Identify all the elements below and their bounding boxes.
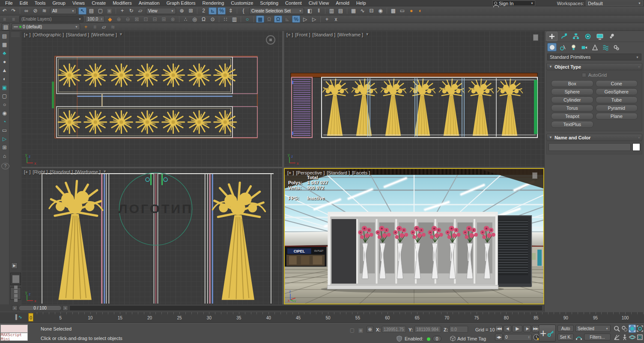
- bind-dim-icon[interactable]: ⊕: [115, 15, 123, 23]
- schematic-view-icon[interactable]: ⊟: [367, 7, 376, 15]
- render-iterative-icon[interactable]: ◐: [416, 7, 424, 15]
- unbind-dim-icon[interactable]: ⊖: [124, 15, 132, 23]
- menu-item[interactable]: Content: [282, 0, 305, 6]
- select-dots-icon[interactable]: ∴: [182, 15, 190, 23]
- scale-icon[interactable]: ▱: [136, 7, 144, 15]
- lock-dim-icon[interactable]: ⊠: [133, 15, 141, 23]
- page-icon[interactable]: ▢: [0, 92, 9, 99]
- percent-snap-icon[interactable]: %: [218, 7, 226, 15]
- pull-dim-icon[interactable]: ⊟: [151, 15, 159, 23]
- tab-motion[interactable]: [582, 32, 593, 41]
- y-coordinate-field[interactable]: 181109.984: [414, 326, 441, 333]
- snap-percent-icon[interactable]: %: [292, 15, 300, 23]
- snap-target-icon[interactable]: ⊙: [209, 15, 217, 23]
- funnel-icon[interactable]: ▼: [103, 169, 107, 175]
- half-icon[interactable]: ◐: [0, 75, 9, 82]
- ball-icon[interactable]: ◉: [0, 109, 9, 117]
- auto-key-button[interactable]: Auto: [558, 325, 574, 332]
- tab-modify[interactable]: [558, 32, 569, 41]
- unlink-icon[interactable]: ⊘: [31, 7, 39, 15]
- snap-grid-icon[interactable]: ▦: [256, 15, 264, 23]
- subtab-lights[interactable]: [569, 43, 578, 51]
- sphere-icon[interactable]: ●: [0, 58, 9, 65]
- viewport-corner-widget[interactable]: [532, 172, 537, 179]
- expand-arrow-button[interactable]: ▶: [11, 262, 18, 269]
- push-dim-icon[interactable]: ⊡: [142, 15, 150, 23]
- set-keys-button[interactable]: +: [539, 325, 556, 342]
- enabled-count-badge[interactable]: 0: [432, 336, 441, 342]
- object-type-button[interactable]: Cone: [596, 80, 638, 87]
- object-type-button[interactable]: Torus: [551, 105, 593, 111]
- menu-item[interactable]: Arnold: [332, 0, 353, 6]
- key-filters-button[interactable]: Filters...: [584, 334, 611, 340]
- layer-explorer-icon[interactable]: ▥: [328, 7, 336, 15]
- sign-in-dropdown[interactable]: Sign In ▼: [492, 0, 535, 6]
- subtab-helpers[interactable]: [590, 43, 599, 51]
- tape-dim-icon[interactable]: ⊞: [160, 15, 168, 23]
- material-editor-icon[interactable]: ◉: [376, 7, 385, 15]
- team-select-icon[interactable]: ▥: [230, 15, 239, 23]
- key-mode-toggle[interactable]: ◀▶: [495, 334, 503, 341]
- object-type-button[interactable]: GeoSphere: [596, 88, 638, 95]
- viewport-menu-pov[interactable]: [Right ]: [33, 169, 48, 175]
- funnel-icon[interactable]: ▼: [365, 32, 369, 37]
- scene-explorer-button[interactable]: ▤: [2, 23, 10, 30]
- subtab-shapes[interactable]: [558, 43, 567, 51]
- menu-item[interactable]: Scripting: [256, 0, 282, 6]
- menu-item[interactable]: Tools: [31, 0, 49, 6]
- box-icon[interactable]: ▣: [0, 84, 9, 91]
- object-color-swatch[interactable]: [632, 143, 640, 151]
- menu-item[interactable]: Rendering: [199, 0, 228, 6]
- steering-wheel-icon[interactable]: [266, 35, 275, 45]
- plant-icon[interactable]: ♣: [0, 49, 9, 57]
- scene-explorer-icon[interactable]: ▤: [337, 7, 345, 15]
- selection-lock-icon[interactable]: ▣: [357, 326, 365, 334]
- snap-25-icon[interactable]: Ω: [274, 15, 282, 23]
- isolate-ring-icon[interactable]: ○: [243, 15, 251, 23]
- redo-icon[interactable]: ↷: [9, 7, 18, 15]
- object-type-button[interactable]: Teapot: [551, 113, 593, 120]
- name-color-rollout-header[interactable]: ▼ Name and Color ▫: [546, 134, 642, 141]
- object-type-button[interactable]: Tube: [596, 96, 638, 103]
- veh2-icon[interactable]: ▦: [0, 41, 9, 48]
- funnel-icon[interactable]: ▼: [119, 32, 123, 37]
- mini-curve-editor-icon[interactable]: ▐∿: [14, 314, 22, 320]
- orbit-icon[interactable]: [629, 333, 636, 341]
- viewport-orthographic[interactable]: [+ ] [Orthographic ] [Standard ] [Wirefr…: [21, 31, 282, 167]
- default-tangent-icon[interactable]: [575, 334, 582, 341]
- zoom-extents-all-icon[interactable]: [636, 325, 644, 333]
- grid2-icon[interactable]: ⊞: [0, 144, 9, 151]
- viewport-menu-shading[interactable]: [Standard ]: [327, 170, 350, 175]
- zoom-icon[interactable]: [613, 325, 620, 333]
- menu-item[interactable]: Views: [69, 0, 88, 6]
- align-icon[interactable]: ‖: [315, 7, 323, 15]
- subtab-spacewarps[interactable]: [601, 43, 610, 51]
- object-name-input[interactable]: [549, 143, 631, 151]
- previous-frame-button[interactable]: <: [12, 305, 18, 311]
- menu-item[interactable]: Help: [353, 0, 370, 6]
- viewport-corner-widget[interactable]: [533, 34, 538, 41]
- add-layer-icon[interactable]: +: [82, 23, 90, 30]
- menu-item[interactable]: Civil View: [305, 0, 332, 6]
- object-type-button[interactable]: TextPlus: [551, 121, 593, 128]
- zoom-extents-icon[interactable]: [629, 325, 636, 333]
- timeline-ruler[interactable]: ▐∿ 0510152025303540455055606570758085909…: [0, 312, 644, 323]
- maxscript-mini-input[interactable]: [0, 325, 28, 333]
- pick-layer-icon[interactable]: ▱: [100, 23, 108, 30]
- tab-hierarchy[interactable]: [570, 32, 581, 41]
- rotate-icon[interactable]: ↻: [127, 7, 135, 15]
- menu-item[interactable]: Animation: [135, 0, 163, 6]
- subtab-geometry[interactable]: [547, 43, 557, 51]
- stack-pin-icon[interactable]: ≡: [9, 15, 18, 23]
- ring-icon[interactable]: ○: [0, 101, 9, 108]
- menu-item[interactable]: Edit: [16, 0, 31, 6]
- layer-dim-icon[interactable]: ≋: [109, 23, 117, 30]
- x-coordinate-field[interactable]: 139951.75: [382, 326, 406, 333]
- snap-magnet-icon[interactable]: Ω: [200, 15, 208, 23]
- lamp-icon[interactable]: ◔: [0, 118, 9, 125]
- snap-angle-icon[interactable]: ⊾: [283, 15, 291, 23]
- weld-dim-icon[interactable]: ⊗: [169, 15, 177, 23]
- link-icon[interactable]: ∞: [22, 7, 30, 15]
- veh1-icon[interactable]: ▤: [0, 32, 9, 39]
- snap-3-icon[interactable]: Ω: [265, 15, 273, 23]
